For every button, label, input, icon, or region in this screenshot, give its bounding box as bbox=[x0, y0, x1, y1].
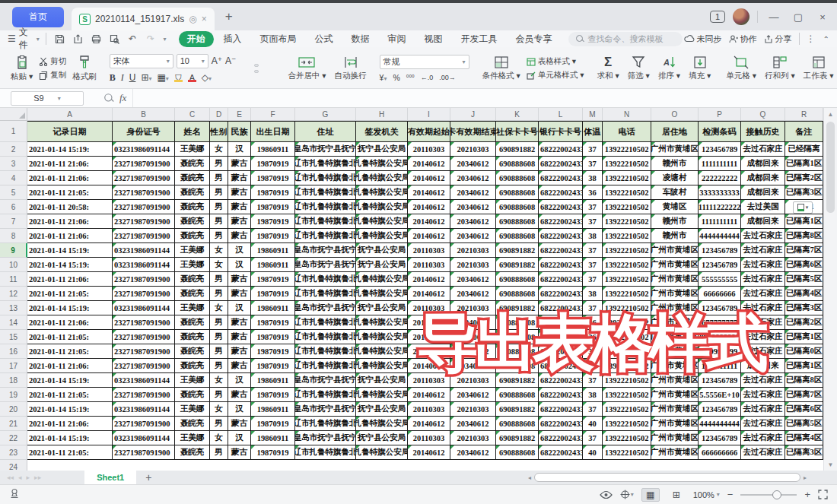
cell[interactable]: 接触历史 bbox=[741, 121, 785, 142]
cell[interactable]: 已隔离0区 bbox=[785, 344, 823, 359]
cell[interactable]: 秦皇岛市抚宁县抚宁镇 bbox=[295, 142, 356, 157]
more-menu-icon[interactable]: ⋮ bbox=[807, 33, 816, 44]
cell[interactable]: 555555555 bbox=[699, 272, 741, 287]
cell[interactable]: 690888608 bbox=[496, 417, 539, 431]
cell[interactable]: 19870919 bbox=[251, 315, 295, 330]
zoom-slider[interactable] bbox=[740, 494, 797, 496]
cell[interactable]: 秦皇岛市抚宁县抚宁镇 bbox=[295, 301, 356, 315]
cell[interactable]: 13922210502 bbox=[603, 344, 651, 359]
cell[interactable]: 男 bbox=[210, 330, 228, 344]
cell[interactable]: 已隔离2区 bbox=[785, 315, 823, 330]
cell[interactable]: 男 bbox=[210, 287, 228, 301]
column-header-G[interactable]: G bbox=[295, 108, 356, 121]
cell[interactable]: 666666666 bbox=[699, 445, 741, 460]
cell[interactable]: 汉 bbox=[228, 243, 251, 258]
preview-pin-icon[interactable]: ◎ bbox=[189, 14, 196, 24]
cell[interactable]: 广州市黄埔区 bbox=[651, 359, 699, 373]
cell[interactable]: 广州市黄埔区 bbox=[651, 142, 699, 157]
column-header-J[interactable]: J bbox=[450, 108, 496, 121]
fill-color-button[interactable]: ⛉ bbox=[174, 74, 183, 82]
cell[interactable]: 123456789 bbox=[699, 301, 741, 315]
cell[interactable]: 广州市黄埔区 bbox=[651, 243, 699, 258]
cell[interactable]: 6822200243300 bbox=[539, 272, 583, 287]
cell[interactable]: 690888608 bbox=[496, 200, 539, 214]
cell[interactable]: 19870919 bbox=[251, 417, 295, 431]
cell[interactable]: 扎鲁特旗公安局 bbox=[356, 214, 408, 229]
cell[interactable]: 通辽市扎鲁特旗鲁北镇 bbox=[295, 185, 356, 200]
cell[interactable]: 汉 bbox=[228, 402, 251, 417]
cell[interactable]: 广州市黄埔区 bbox=[651, 272, 699, 287]
cell[interactable]: 690888608 bbox=[496, 445, 539, 460]
cell[interactable]: 36 bbox=[583, 344, 603, 359]
cell[interactable]: 66666666 bbox=[699, 287, 741, 301]
zoom-out-button[interactable]: − bbox=[727, 489, 734, 500]
cell[interactable]: 已隔离7区 bbox=[785, 388, 823, 402]
cell[interactable]: 690888608 bbox=[496, 315, 539, 330]
cell[interactable]: 已隔离3区 bbox=[785, 445, 823, 460]
cell[interactable]: 2021-01-11 21:06: bbox=[27, 272, 113, 287]
cell[interactable]: 身份证号 bbox=[113, 121, 175, 142]
cell[interactable]: 女 bbox=[210, 142, 228, 157]
print-button[interactable] bbox=[91, 33, 102, 44]
cell[interactable]: 20110303 bbox=[408, 402, 450, 417]
cell[interactable]: 2021-01-11 21:05: bbox=[27, 445, 113, 460]
cell[interactable]: 8888888888 bbox=[699, 330, 741, 344]
paste-options-button[interactable]: ▾ bbox=[793, 201, 813, 214]
font-color-button[interactable]: A bbox=[188, 74, 196, 82]
cell[interactable]: 11111222222 bbox=[699, 200, 741, 214]
cell[interactable]: 聂皖亮 bbox=[175, 315, 210, 330]
cell[interactable]: 成都回来 bbox=[741, 157, 785, 171]
command-search[interactable]: 查找命令、搜索模板 bbox=[568, 32, 683, 46]
cell[interactable]: 1111111111 bbox=[699, 359, 741, 373]
cell[interactable]: 13922210502 bbox=[603, 417, 651, 431]
collapse-ribbon-icon[interactable]: ⌃ bbox=[823, 35, 829, 43]
cell[interactable]: 20110303 bbox=[408, 431, 450, 445]
cell[interactable]: 已经隔离 bbox=[785, 142, 823, 157]
last-sheet-icon[interactable]: ▸▸ bbox=[34, 474, 41, 481]
cell[interactable]: 690891882 bbox=[496, 301, 539, 315]
cell[interactable]: 聂皖亮 bbox=[175, 157, 210, 171]
cell[interactable]: 690888608 bbox=[496, 287, 539, 301]
column-header-F[interactable]: F bbox=[251, 108, 295, 121]
cell[interactable]: 广州市黄埔区 bbox=[651, 301, 699, 315]
cell[interactable]: 聂皖亮 bbox=[175, 272, 210, 287]
cell[interactable]: 女 bbox=[210, 373, 228, 388]
clear-format-button[interactable]: ◇▾ bbox=[202, 72, 212, 83]
cell[interactable]: 23271987091900 bbox=[113, 315, 175, 330]
cell[interactable]: 广州市黄埔区 bbox=[651, 402, 699, 417]
cell[interactable]: 已隔离1区 bbox=[785, 330, 823, 344]
column-header-B[interactable]: B bbox=[113, 108, 175, 121]
cell[interactable]: 已隔离5区 bbox=[785, 417, 823, 431]
cell[interactable]: 20210303 bbox=[450, 431, 496, 445]
cell[interactable]: 23271987091900 bbox=[113, 330, 175, 344]
cell[interactable]: 签发机关 bbox=[356, 121, 408, 142]
cell[interactable]: 20210303 bbox=[450, 258, 496, 272]
cell[interactable]: 扎鲁特旗公安局 bbox=[356, 330, 408, 344]
cell[interactable]: 19870919 bbox=[251, 287, 295, 301]
cell[interactable]: 23271987091900 bbox=[113, 214, 175, 229]
vertical-scrollbar[interactable]: ▲ ▼ bbox=[823, 108, 837, 471]
cell[interactable]: 卡有效期结束 bbox=[450, 121, 496, 142]
worksheet-button[interactable]: 工作表 ▾ bbox=[801, 55, 836, 81]
cell[interactable]: 20340612 bbox=[450, 272, 496, 287]
cell[interactable]: 6822200243300 bbox=[539, 229, 583, 243]
user-avatar[interactable] bbox=[733, 8, 749, 25]
cell[interactable]: 去过石家庄 bbox=[741, 388, 785, 402]
cell[interactable]: 123456789 bbox=[699, 373, 741, 388]
cell[interactable]: 赣州市 bbox=[651, 229, 699, 243]
cell[interactable]: 37 bbox=[583, 200, 603, 214]
borders-button[interactable]: ⊞▾ bbox=[141, 72, 151, 83]
cell[interactable]: 男 bbox=[210, 344, 228, 359]
justify-icon[interactable] bbox=[269, 70, 274, 73]
cell[interactable]: 成都回来 bbox=[741, 185, 785, 200]
cell[interactable]: 2021-01-11 21:05: bbox=[27, 388, 113, 402]
cell[interactable]: 抚宁县公安局 bbox=[356, 301, 408, 315]
tab-插入[interactable]: 插入 bbox=[215, 31, 250, 47]
column-header-N[interactable]: N bbox=[603, 108, 651, 121]
cell[interactable]: 秦皇岛市抚宁县抚宁镇 bbox=[295, 258, 356, 272]
cell[interactable]: 扎鲁特旗公安局 bbox=[356, 272, 408, 287]
cell[interactable]: 已隔离1区 bbox=[785, 214, 823, 229]
page-break-view-button[interactable]: ⊞ bbox=[667, 488, 686, 502]
cell[interactable]: 2021-01-11 21:06: bbox=[27, 229, 113, 243]
cell[interactable]: 20140612 bbox=[408, 359, 450, 373]
